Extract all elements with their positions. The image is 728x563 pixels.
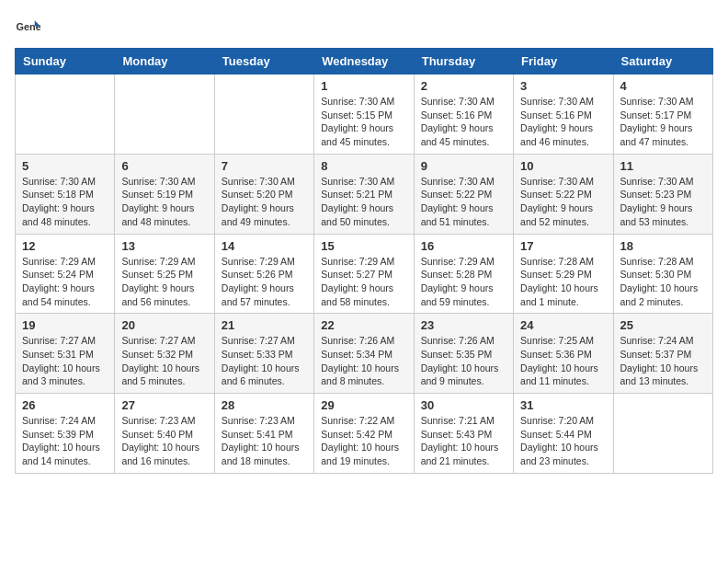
day-info: Sunrise: 7:26 AMSunset: 5:34 PMDaylight:… [321, 334, 406, 388]
day-info: Sunrise: 7:30 AMSunset: 5:22 PMDaylight:… [520, 175, 606, 229]
logo-icon: General [15, 15, 40, 40]
day-number: 24 [520, 318, 606, 332]
weekday-wednesday: Wednesday [314, 49, 414, 75]
calendar-week-2: 12Sunrise: 7:29 AMSunset: 5:24 PMDayligh… [16, 234, 713, 314]
calendar-cell: 7Sunrise: 7:30 AMSunset: 5:20 PMDaylight… [214, 154, 313, 234]
calendar-cell: 12Sunrise: 7:29 AMSunset: 5:24 PMDayligh… [16, 234, 115, 314]
day-info: Sunrise: 7:29 AMSunset: 5:25 PMDaylight:… [121, 255, 207, 309]
day-number: 23 [421, 318, 506, 332]
calendar-week-4: 26Sunrise: 7:24 AMSunset: 5:39 PMDayligh… [16, 394, 713, 474]
calendar-cell: 14Sunrise: 7:29 AMSunset: 5:26 PMDayligh… [214, 234, 313, 314]
day-number: 8 [321, 159, 406, 173]
day-info: Sunrise: 7:30 AMSunset: 5:21 PMDaylight:… [321, 175, 406, 229]
day-info: Sunrise: 7:30 AMSunset: 5:20 PMDaylight:… [222, 175, 307, 229]
day-info: Sunrise: 7:30 AMSunset: 5:16 PMDaylight:… [421, 95, 506, 149]
day-number: 26 [22, 398, 108, 412]
day-info: Sunrise: 7:29 AMSunset: 5:24 PMDaylight:… [22, 255, 108, 309]
weekday-friday: Friday [514, 49, 613, 75]
calendar-cell: 21Sunrise: 7:27 AMSunset: 5:33 PMDayligh… [214, 314, 313, 394]
day-number: 13 [121, 239, 207, 253]
calendar-cell: 11Sunrise: 7:30 AMSunset: 5:23 PMDayligh… [613, 154, 712, 234]
day-info: Sunrise: 7:23 AMSunset: 5:41 PMDaylight:… [222, 414, 307, 468]
calendar-week-1: 5Sunrise: 7:30 AMSunset: 5:18 PMDaylight… [16, 154, 713, 234]
day-number: 28 [222, 398, 307, 412]
calendar-cell: 10Sunrise: 7:30 AMSunset: 5:22 PMDayligh… [514, 154, 613, 234]
day-info: Sunrise: 7:29 AMSunset: 5:26 PMDaylight:… [222, 255, 307, 309]
calendar-cell: 27Sunrise: 7:23 AMSunset: 5:40 PMDayligh… [115, 394, 214, 474]
day-number: 11 [620, 159, 706, 173]
page-header: General [15, 15, 713, 40]
calendar-cell [16, 75, 115, 155]
calendar-cell: 24Sunrise: 7:25 AMSunset: 5:36 PMDayligh… [514, 314, 613, 394]
day-number: 18 [620, 239, 706, 253]
weekday-sunday: Sunday [16, 49, 115, 75]
day-number: 29 [321, 398, 406, 412]
calendar-cell: 29Sunrise: 7:22 AMSunset: 5:42 PMDayligh… [314, 394, 414, 474]
calendar-cell: 1Sunrise: 7:30 AMSunset: 5:15 PMDaylight… [314, 75, 414, 155]
calendar-cell [613, 394, 712, 474]
day-info: Sunrise: 7:23 AMSunset: 5:40 PMDaylight:… [121, 414, 207, 468]
day-number: 14 [222, 239, 307, 253]
day-info: Sunrise: 7:30 AMSunset: 5:16 PMDaylight:… [520, 95, 606, 149]
calendar-cell: 17Sunrise: 7:28 AMSunset: 5:29 PMDayligh… [514, 234, 613, 314]
day-number: 12 [22, 239, 108, 253]
weekday-tuesday: Tuesday [214, 49, 313, 75]
logo: General [15, 15, 44, 40]
day-info: Sunrise: 7:30 AMSunset: 5:22 PMDaylight:… [421, 175, 506, 229]
calendar-cell: 28Sunrise: 7:23 AMSunset: 5:41 PMDayligh… [214, 394, 313, 474]
day-number: 22 [321, 318, 406, 332]
calendar-week-3: 19Sunrise: 7:27 AMSunset: 5:31 PMDayligh… [16, 314, 713, 394]
day-info: Sunrise: 7:26 AMSunset: 5:35 PMDaylight:… [421, 334, 506, 388]
day-number: 7 [222, 159, 307, 173]
day-info: Sunrise: 7:27 AMSunset: 5:32 PMDaylight:… [121, 334, 207, 388]
calendar-body: 1Sunrise: 7:30 AMSunset: 5:15 PMDaylight… [16, 75, 713, 474]
calendar-cell: 25Sunrise: 7:24 AMSunset: 5:37 PMDayligh… [613, 314, 712, 394]
weekday-thursday: Thursday [414, 49, 513, 75]
calendar-cell: 3Sunrise: 7:30 AMSunset: 5:16 PMDaylight… [514, 75, 613, 155]
calendar-table: SundayMondayTuesdayWednesdayThursdayFrid… [15, 48, 713, 474]
day-info: Sunrise: 7:30 AMSunset: 5:23 PMDaylight:… [620, 175, 706, 229]
day-number: 9 [421, 159, 506, 173]
day-number: 31 [520, 398, 606, 412]
day-number: 10 [520, 159, 606, 173]
weekday-header-row: SundayMondayTuesdayWednesdayThursdayFrid… [16, 49, 713, 75]
day-number: 4 [620, 79, 706, 93]
day-info: Sunrise: 7:24 AMSunset: 5:39 PMDaylight:… [22, 414, 108, 468]
calendar-header: SundayMondayTuesdayWednesdayThursdayFrid… [16, 49, 713, 75]
day-info: Sunrise: 7:24 AMSunset: 5:37 PMDaylight:… [620, 334, 706, 388]
calendar-cell: 18Sunrise: 7:28 AMSunset: 5:30 PMDayligh… [613, 234, 712, 314]
day-number: 27 [121, 398, 207, 412]
calendar-cell: 31Sunrise: 7:20 AMSunset: 5:44 PMDayligh… [514, 394, 613, 474]
day-info: Sunrise: 7:28 AMSunset: 5:29 PMDaylight:… [520, 255, 606, 309]
weekday-saturday: Saturday [613, 49, 712, 75]
calendar-cell [115, 75, 214, 155]
day-number: 2 [421, 79, 506, 93]
day-info: Sunrise: 7:20 AMSunset: 5:44 PMDaylight:… [520, 414, 606, 468]
calendar-cell: 30Sunrise: 7:21 AMSunset: 5:43 PMDayligh… [414, 394, 513, 474]
calendar-cell: 22Sunrise: 7:26 AMSunset: 5:34 PMDayligh… [314, 314, 414, 394]
calendar-cell: 6Sunrise: 7:30 AMSunset: 5:19 PMDaylight… [115, 154, 214, 234]
day-info: Sunrise: 7:21 AMSunset: 5:43 PMDaylight:… [421, 414, 506, 468]
day-info: Sunrise: 7:27 AMSunset: 5:31 PMDaylight:… [22, 334, 108, 388]
day-number: 6 [121, 159, 207, 173]
calendar-cell: 23Sunrise: 7:26 AMSunset: 5:35 PMDayligh… [414, 314, 513, 394]
calendar-cell: 4Sunrise: 7:30 AMSunset: 5:17 PMDaylight… [613, 75, 712, 155]
day-info: Sunrise: 7:29 AMSunset: 5:28 PMDaylight:… [421, 255, 506, 309]
day-number: 1 [321, 79, 406, 93]
day-number: 25 [620, 318, 706, 332]
day-number: 16 [421, 239, 506, 253]
day-number: 3 [520, 79, 606, 93]
day-number: 21 [222, 318, 307, 332]
day-info: Sunrise: 7:30 AMSunset: 5:17 PMDaylight:… [620, 95, 706, 149]
calendar-cell: 20Sunrise: 7:27 AMSunset: 5:32 PMDayligh… [115, 314, 214, 394]
calendar-cell: 13Sunrise: 7:29 AMSunset: 5:25 PMDayligh… [115, 234, 214, 314]
day-info: Sunrise: 7:27 AMSunset: 5:33 PMDaylight:… [222, 334, 307, 388]
day-info: Sunrise: 7:22 AMSunset: 5:42 PMDaylight:… [321, 414, 406, 468]
calendar-cell: 19Sunrise: 7:27 AMSunset: 5:31 PMDayligh… [16, 314, 115, 394]
day-info: Sunrise: 7:30 AMSunset: 5:15 PMDaylight:… [321, 95, 406, 149]
day-info: Sunrise: 7:30 AMSunset: 5:19 PMDaylight:… [121, 175, 207, 229]
day-info: Sunrise: 7:28 AMSunset: 5:30 PMDaylight:… [620, 255, 706, 309]
day-number: 30 [421, 398, 506, 412]
calendar-cell: 26Sunrise: 7:24 AMSunset: 5:39 PMDayligh… [16, 394, 115, 474]
day-number: 20 [121, 318, 207, 332]
